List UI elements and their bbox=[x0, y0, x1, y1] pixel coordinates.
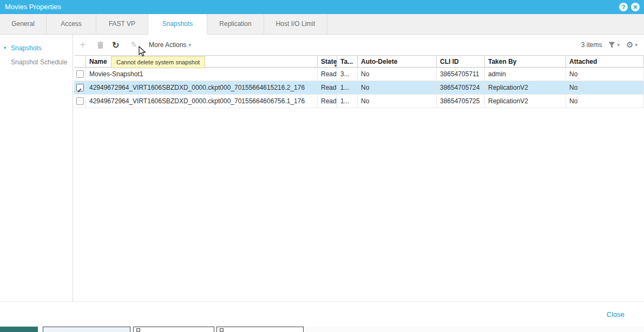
tab-access[interactable]: Access bbox=[47, 14, 96, 34]
tab-general[interactable]: General bbox=[0, 14, 47, 34]
more-actions-button[interactable]: More Actions ▾ bbox=[149, 35, 191, 55]
background-cell-icon bbox=[136, 328, 140, 332]
items-count: 3 items bbox=[581, 41, 602, 49]
cell-taken-by: ReplicationV2 bbox=[485, 95, 566, 108]
background-cell bbox=[216, 327, 304, 332]
cell-taken: 3... bbox=[337, 68, 358, 81]
cell-attached: No bbox=[566, 81, 644, 95]
cell-taken: 1... bbox=[337, 95, 358, 108]
tab-host-io-limit[interactable]: Host I/O Limit bbox=[264, 14, 327, 34]
cell-auto-delete: No bbox=[358, 81, 437, 95]
cell-name: 42949672964_VIRT1606SBZDXD_0000.ckpt000_… bbox=[86, 81, 318, 95]
background-cell bbox=[43, 327, 130, 332]
chevron-down-icon: ▾ bbox=[617, 42, 620, 48]
cell-attached: No bbox=[566, 95, 644, 108]
more-actions-label: More Actions bbox=[149, 41, 186, 49]
header-taken[interactable]: Ta... bbox=[337, 55, 358, 68]
mouse-cursor-icon bbox=[139, 46, 146, 59]
cell-state: Ready bbox=[318, 95, 337, 108]
table-row[interactable]: ✓ 42949672964_VIRT1606SBZDXD_0000.ckpt00… bbox=[74, 95, 644, 108]
table-row[interactable]: ✓ Movies-Snapshot1 Ready 3... No 3865470… bbox=[74, 68, 644, 81]
header-state[interactable]: State ▾ bbox=[318, 55, 337, 68]
sidebar-item-label: Snapshot Schedule bbox=[11, 58, 67, 66]
header-auto-delete[interactable]: Auto-Delete bbox=[358, 55, 437, 68]
footer: Close bbox=[0, 301, 644, 327]
header-cli-id[interactable]: CLI ID bbox=[437, 55, 485, 68]
add-snapshot-icon[interactable]: + bbox=[80, 35, 86, 55]
snapshots-toolbar: + ↻ ✎ More Actions ▾ bbox=[73, 35, 644, 55]
cell-cli-id: 38654705724 bbox=[437, 81, 485, 95]
screen: Movies Properties ? ✕ General Access FAS… bbox=[0, 0, 644, 332]
cell-name: Movies-Snapshot1 bbox=[86, 68, 318, 81]
sidebar-item-label: Snapshots bbox=[11, 44, 42, 52]
chevron-down-icon: ▾ bbox=[635, 42, 638, 48]
row-checkbox[interactable]: ✓ bbox=[76, 84, 84, 91]
header-checkbox-column[interactable] bbox=[74, 55, 86, 68]
cell-name: 42949672964_VIRT1606SBZDXD_0000.ckpt000_… bbox=[86, 95, 318, 108]
title-bar: Movies Properties ? ✕ bbox=[0, 0, 644, 14]
close-icon[interactable]: ✕ bbox=[631, 3, 640, 11]
cell-state: Ready bbox=[318, 81, 337, 95]
refresh-icon[interactable]: ↻ bbox=[112, 35, 119, 55]
delete-snapshot-icon[interactable] bbox=[97, 35, 104, 55]
cell-attached: No bbox=[566, 68, 644, 81]
sidebar-item-snapshot-schedule[interactable]: Snapshot Schedule bbox=[0, 55, 73, 69]
title-bar-icons: ? ✕ bbox=[619, 3, 640, 11]
row-checkbox[interactable]: ✓ bbox=[76, 70, 84, 78]
toolbar-right: 3 items ▾ ⚙ ▾ bbox=[581, 35, 638, 55]
content-area: + ↻ ✎ More Actions ▾ bbox=[73, 35, 644, 301]
cell-taken-by: ReplicationV2 bbox=[485, 81, 566, 95]
cell-cli-id: 38654705725 bbox=[437, 95, 485, 108]
tab-fast-vp[interactable]: FAST VP bbox=[96, 14, 148, 34]
header-taken-by[interactable]: Taken By bbox=[485, 55, 566, 68]
row-checkbox[interactable]: ✓ bbox=[76, 97, 84, 105]
background-cell bbox=[133, 327, 214, 332]
background-cell-icon bbox=[220, 328, 224, 332]
sidebar-item-snapshots[interactable]: • Snapshots bbox=[0, 41, 73, 55]
body-area: • Snapshots Snapshot Schedule + bbox=[0, 35, 644, 301]
background-window-strip bbox=[0, 327, 644, 332]
active-bullet-icon: • bbox=[4, 41, 6, 55]
tab-bar: General Access FAST VP Snapshots Replica… bbox=[0, 14, 644, 35]
cell-taken-by: admin bbox=[485, 68, 566, 81]
header-attached[interactable]: Attached bbox=[566, 55, 644, 68]
help-icon[interactable]: ? bbox=[619, 3, 628, 11]
movies-properties-window: Movies Properties ? ✕ General Access FAS… bbox=[0, 0, 644, 327]
table-row[interactable]: ✓ 42949672964_VIRT1606SBZDXD_0000.ckpt00… bbox=[74, 81, 644, 95]
cell-cli-id: 38654705711 bbox=[437, 68, 485, 81]
settings-button[interactable]: ⚙ ▾ bbox=[626, 40, 638, 50]
tooltip: Cannot delete system snapshot bbox=[111, 56, 205, 68]
filter-button[interactable]: ▾ bbox=[608, 42, 620, 48]
filter-funnel-icon bbox=[608, 42, 615, 48]
tab-snapshots[interactable]: Snapshots bbox=[148, 14, 207, 34]
cell-state: Ready bbox=[318, 68, 337, 81]
background-teal-block bbox=[0, 327, 38, 332]
cell-taken: 1... bbox=[337, 81, 358, 95]
chevron-down-icon: ▾ bbox=[188, 42, 191, 48]
cell-auto-delete: No bbox=[358, 68, 437, 81]
check-icon: ✓ bbox=[77, 84, 82, 95]
sort-icon: ▾ bbox=[334, 59, 337, 68]
cell-auto-delete: No bbox=[358, 95, 437, 108]
close-button[interactable]: Close bbox=[607, 310, 625, 318]
edit-icon[interactable]: ✎ bbox=[130, 35, 137, 55]
sidebar: • Snapshots Snapshot Schedule bbox=[0, 35, 73, 301]
tab-replication[interactable]: Replication bbox=[207, 14, 264, 34]
window-title: Movies Properties bbox=[5, 0, 61, 14]
gear-icon: ⚙ bbox=[626, 40, 633, 50]
